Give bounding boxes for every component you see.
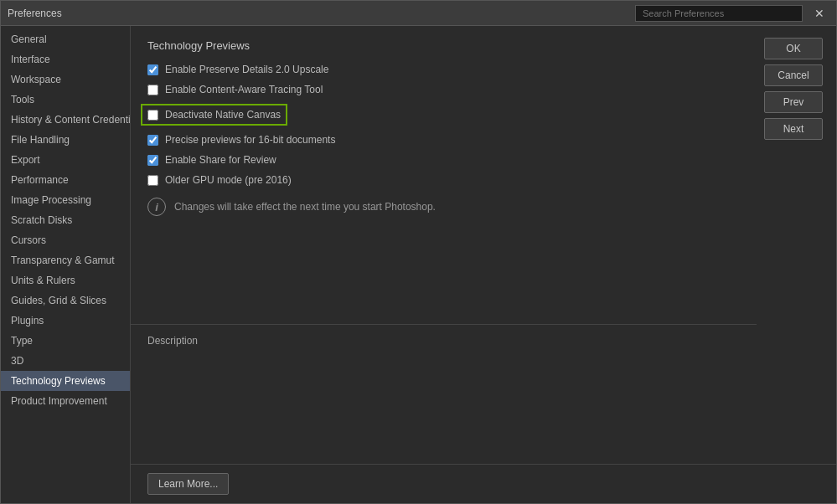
title-bar-right: ✕ bbox=[635, 5, 829, 22]
sidebar-item[interactable]: Type bbox=[1, 331, 130, 351]
bottom-bar: Learn More... bbox=[131, 464, 836, 503]
main-content: GeneralInterfaceWorkspaceToolsHistory & … bbox=[1, 26, 836, 503]
checkbox-label-cb4[interactable]: Precise previews for 16-bit documents bbox=[165, 134, 335, 146]
checkbox-input-cb3[interactable] bbox=[147, 110, 158, 121]
sidebar-item[interactable]: Guides, Grid & Slices bbox=[1, 291, 130, 311]
sidebar-item[interactable]: Performance bbox=[1, 170, 130, 190]
search-input[interactable] bbox=[635, 5, 803, 22]
close-button[interactable]: ✕ bbox=[809, 5, 829, 22]
section-title: Technology Previews bbox=[147, 39, 740, 52]
checkbox-label-cb3[interactable]: Deactivate Native Canvas bbox=[165, 109, 281, 121]
description-section: Description bbox=[131, 324, 757, 464]
checkbox-input-cb6[interactable] bbox=[147, 175, 158, 186]
checkbox-input-cb2[interactable] bbox=[147, 85, 158, 95]
sidebar-item[interactable]: Technology Previews bbox=[1, 371, 130, 391]
learn-more-button[interactable]: Learn More... bbox=[147, 473, 229, 495]
checkbox-input-cb4[interactable] bbox=[147, 135, 158, 146]
sidebar-item[interactable]: General bbox=[1, 29, 130, 49]
sidebar-item[interactable]: Product Improvement bbox=[1, 391, 130, 411]
right-buttons: OK Cancel Prev Next bbox=[764, 38, 823, 140]
sidebar-item[interactable]: Workspace bbox=[1, 69, 130, 90]
sidebar-item[interactable]: Scratch Disks bbox=[1, 210, 130, 230]
checkbox-label-cb6[interactable]: Older GPU mode (pre 2016) bbox=[165, 174, 292, 186]
description-body bbox=[147, 353, 740, 454]
checkbox-input-cb5[interactable] bbox=[147, 155, 158, 166]
checkbox-row: Enable Preserve Details 2.0 Upscale bbox=[147, 64, 740, 75]
sidebar-item[interactable]: 3D bbox=[1, 351, 130, 371]
info-message: i Changes will take effect the next time… bbox=[147, 198, 740, 216]
preferences-dialog: Preferences ✕ GeneralInterfaceWorkspaceT… bbox=[0, 0, 837, 504]
checkbox-label-cb2[interactable]: Enable Content-Aware Tracing Tool bbox=[165, 84, 323, 95]
sidebar-item[interactable]: Transparency & Gamut bbox=[1, 250, 130, 270]
checkbox-row: Enable Share for Review bbox=[147, 154, 740, 166]
sidebar-item[interactable]: Interface bbox=[1, 49, 130, 69]
checkbox-label-cb5[interactable]: Enable Share for Review bbox=[165, 154, 276, 166]
content-area: Technology Previews Enable Preserve Deta… bbox=[131, 26, 836, 503]
checkbox-row: Older GPU mode (pre 2016) bbox=[147, 174, 740, 186]
checkbox-row: Enable Content-Aware Tracing Tool bbox=[147, 84, 740, 95]
description-title: Description bbox=[147, 335, 740, 347]
checkbox-row: Deactivate Native Canvas bbox=[141, 104, 287, 126]
prev-button[interactable]: Prev bbox=[764, 91, 823, 113]
info-icon: i bbox=[147, 198, 166, 216]
ok-button[interactable]: OK bbox=[764, 38, 823, 59]
sidebar-item[interactable]: Image Processing bbox=[1, 190, 130, 210]
prefs-content: Technology Previews Enable Preserve Deta… bbox=[131, 26, 757, 324]
sidebar-item[interactable]: Export bbox=[1, 150, 130, 170]
checkbox-input-cb1[interactable] bbox=[147, 64, 158, 75]
sidebar-item[interactable]: History & Content Credentials bbox=[1, 110, 130, 130]
checkbox-row: Precise previews for 16-bit documents bbox=[147, 134, 740, 146]
sidebar-item[interactable]: Plugins bbox=[1, 311, 130, 331]
info-text: Changes will take effect the next time y… bbox=[174, 201, 436, 213]
checkbox-label-cb1[interactable]: Enable Preserve Details 2.0 Upscale bbox=[165, 64, 328, 75]
sidebar-item[interactable]: Units & Rulers bbox=[1, 270, 130, 291]
sidebar-item[interactable]: Tools bbox=[1, 90, 130, 110]
title-bar: Preferences ✕ bbox=[1, 1, 836, 26]
checkboxes-container: Enable Preserve Details 2.0 UpscaleEnabl… bbox=[147, 64, 740, 186]
sidebar-item[interactable]: File Handling bbox=[1, 130, 130, 150]
sidebar-item[interactable]: Cursors bbox=[1, 230, 130, 250]
next-button[interactable]: Next bbox=[764, 118, 823, 140]
sidebar: GeneralInterfaceWorkspaceToolsHistory & … bbox=[1, 26, 131, 503]
dialog-title: Preferences bbox=[8, 8, 62, 19]
cancel-button[interactable]: Cancel bbox=[764, 64, 823, 86]
